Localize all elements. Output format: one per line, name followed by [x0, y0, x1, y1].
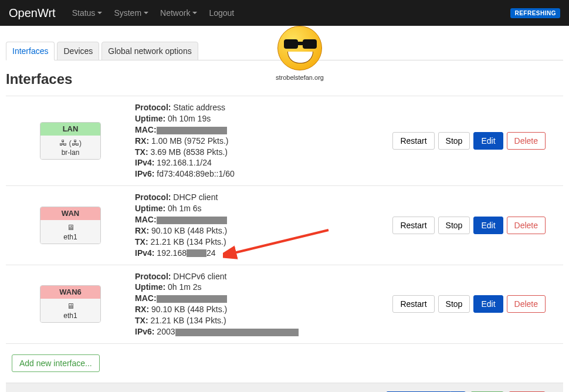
- delete-button[interactable]: Delete: [507, 217, 546, 234]
- restart-button[interactable]: Restart: [392, 295, 434, 313]
- refreshing-badge: REFRESHING: [510, 8, 560, 18]
- watermark-caption: strobelstefan.org: [276, 74, 324, 81]
- redacted-mac: [157, 295, 227, 303]
- brand[interactable]: OpenWrt: [9, 6, 56, 20]
- stop-button[interactable]: Stop: [438, 295, 470, 313]
- stop-button[interactable]: Stop: [438, 132, 470, 150]
- delete-button[interactable]: Delete: [507, 295, 546, 313]
- nav-system[interactable]: System: [108, 8, 154, 18]
- interface-device: eth1: [40, 233, 100, 241]
- redacted-ip: [187, 249, 206, 257]
- tab-global-network-options[interactable]: Global network options: [101, 42, 198, 60]
- top-navbar: OpenWrt Status System Network Logout REF…: [0, 0, 569, 26]
- edit-button[interactable]: Edit: [473, 132, 503, 150]
- tab-interfaces[interactable]: Interfaces: [6, 42, 55, 60]
- interface-row-wan6: WAN6 🖥 eth1 Protocol: DHCPv6 client Upti…: [6, 265, 563, 343]
- interface-details: Protocol: DHCPv6 client Uptime: 0h 1m 2s…: [135, 271, 392, 337]
- interface-details: Protocol: Static address Uptime: 0h 10m …: [135, 102, 392, 180]
- chevron-down-icon: [144, 12, 148, 14]
- interface-device: br-lan: [40, 148, 100, 157]
- ethernet-port-icon: 🖥: [67, 302, 74, 310]
- interface-details: Protocol: DHCP client Uptime: 0h 1m 6s M…: [135, 192, 392, 258]
- interface-box[interactable]: WAN6 🖥 eth1: [40, 285, 101, 323]
- footer-actions: Save & Apply Save Reset: [6, 383, 563, 392]
- restart-button[interactable]: Restart: [392, 217, 434, 234]
- nav-status[interactable]: Status: [66, 8, 109, 18]
- interface-name: LAN: [40, 123, 100, 136]
- interface-name: WAN: [40, 207, 100, 220]
- watermark-logo: strobelstefan.org: [276, 26, 324, 81]
- nav-logout[interactable]: Logout: [203, 8, 240, 18]
- edit-button[interactable]: Edit: [473, 217, 503, 234]
- interface-box[interactable]: WAN 🖥 eth1: [40, 207, 101, 244]
- interface-device: eth1: [40, 312, 100, 320]
- redacted-mac: [157, 127, 227, 134]
- chevron-down-icon: [97, 12, 102, 14]
- interface-box[interactable]: LAN 🖧 (🖧) br-lan: [40, 122, 101, 160]
- tab-devices[interactable]: Devices: [57, 42, 99, 60]
- nav-network[interactable]: Network: [154, 8, 203, 18]
- stop-button[interactable]: Stop: [438, 217, 470, 234]
- bridge-icon: 🖧 (🖧): [59, 138, 82, 147]
- edit-button[interactable]: Edit: [473, 295, 503, 313]
- smiley-sunglasses-icon: [277, 26, 322, 70]
- interface-row-lan: LAN 🖧 (🖧) br-lan Protocol: Static addres…: [6, 96, 563, 185]
- ethernet-port-icon: 🖥: [67, 223, 74, 232]
- interface-name: WAN6: [40, 286, 100, 299]
- interface-row-wan: WAN 🖥 eth1 Protocol: DHCP client Uptime:…: [6, 185, 563, 264]
- add-interface-button[interactable]: Add new interface...: [12, 354, 100, 372]
- delete-button[interactable]: Delete: [507, 132, 546, 150]
- redacted-ipv6: [175, 329, 299, 336]
- restart-button[interactable]: Restart: [392, 132, 434, 150]
- chevron-down-icon: [192, 12, 197, 14]
- redacted-mac: [157, 217, 227, 224]
